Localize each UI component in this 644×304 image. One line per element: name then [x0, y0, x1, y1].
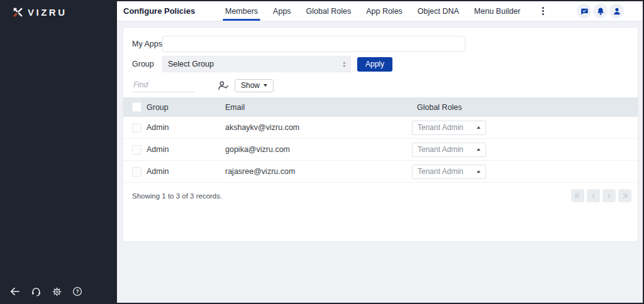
- my-apps-input[interactable]: [162, 36, 465, 52]
- role-select[interactable]: Tenant Admin: [412, 165, 486, 179]
- top-actions: [577, 1, 624, 21]
- select-arrows-icon: [342, 61, 347, 68]
- chevron-left-icon: [589, 192, 597, 200]
- filters: My Apps Group Select Group: [123, 28, 638, 92]
- main-content: My Apps Group Select Group: [117, 21, 643, 303]
- page-title: Configure Policies: [117, 1, 218, 21]
- show-button[interactable]: Show: [235, 79, 274, 92]
- row-checkbox[interactable]: [132, 123, 142, 133]
- sidebar-footer: ?: [9, 286, 82, 296]
- group-cell: Admin: [147, 167, 225, 176]
- table-header-row: Group Email Global Roles: [123, 97, 638, 117]
- chevron-right-icon: [605, 192, 613, 200]
- find-input[interactable]: [132, 79, 195, 92]
- pagination: [571, 189, 631, 202]
- role-select-value: Tenant Admin: [418, 145, 464, 154]
- chevron-up-icon: [477, 126, 480, 129]
- headset-icon[interactable]: [31, 286, 42, 296]
- group-label: Group: [132, 60, 162, 68]
- chevron-down-icon: [264, 84, 267, 87]
- table-toolbar: Show: [132, 79, 629, 92]
- column-header-group: Group: [147, 103, 225, 112]
- sidebar: VIZRU: [1, 1, 117, 303]
- email-cell: rajasree@vizru.com: [225, 167, 412, 176]
- email-cell: akshaykv@vizru.com: [225, 123, 412, 132]
- last-page-icon: [621, 192, 629, 200]
- first-page-button[interactable]: [571, 189, 584, 202]
- email-cell: gopika@vizru.com: [225, 145, 412, 154]
- person-icon: [613, 7, 621, 16]
- person-check-icon[interactable]: [218, 80, 229, 90]
- logo-text: VIZRU: [28, 7, 67, 18]
- more-menu-icon[interactable]: [539, 1, 548, 21]
- logo[interactable]: VIZRU: [1, 1, 117, 18]
- show-button-label: Show: [241, 81, 260, 90]
- next-page-button[interactable]: [602, 189, 616, 202]
- member-row: Admin rajasree@vizru.com Tenant Admin: [123, 161, 638, 183]
- member-row: Admin akshaykv@vizru.com Tenant Admin: [123, 117, 638, 139]
- select-all-checkbox[interactable]: [132, 102, 142, 112]
- row-checkbox[interactable]: [132, 145, 142, 155]
- last-page-button[interactable]: [618, 189, 631, 202]
- settings-icon[interactable]: [52, 287, 62, 296]
- notifications-button[interactable]: [593, 4, 608, 18]
- svg-text:?: ?: [75, 288, 79, 295]
- role-select[interactable]: Tenant Admin: [412, 143, 486, 157]
- table-footer: Showing 1 to 3 of 3 records.: [123, 183, 638, 202]
- member-row: Admin gopika@vizru.com Tenant Admin: [123, 139, 638, 161]
- tab-apps[interactable]: Apps: [272, 1, 292, 21]
- tab-global-roles[interactable]: Global Roles: [305, 1, 353, 21]
- tab-bar: Members Apps Global Roles App Roles Obje…: [224, 1, 522, 21]
- tab-members[interactable]: Members: [224, 1, 259, 21]
- column-header-email: Email: [225, 103, 412, 112]
- bell-icon: [596, 7, 605, 16]
- tab-app-roles[interactable]: App Roles: [365, 1, 404, 21]
- topbar: Configure Policies Members Apps Global R…: [117, 1, 643, 21]
- column-header-global-roles: Global Roles: [412, 103, 638, 112]
- my-apps-label: My Apps: [132, 40, 162, 48]
- profile-button[interactable]: [609, 4, 624, 18]
- group-cell: Admin: [147, 145, 225, 154]
- chevron-up-icon: [477, 170, 480, 173]
- role-select-value: Tenant Admin: [418, 167, 464, 176]
- prev-page-button[interactable]: [587, 189, 600, 202]
- messages-button[interactable]: [577, 4, 591, 18]
- tab-menu-builder[interactable]: Menu Builder: [473, 1, 522, 21]
- back-arrow-icon[interactable]: [9, 286, 20, 296]
- vizru-logo-icon: [13, 7, 23, 18]
- app-window: VIZRU: [0, 0, 644, 304]
- chevron-up-icon: [477, 148, 480, 151]
- records-summary: Showing 1 to 3 of 3 records.: [132, 192, 222, 200]
- apply-button[interactable]: Apply: [357, 57, 392, 72]
- group-select-value: Select Group: [168, 60, 214, 68]
- first-page-icon: [574, 192, 582, 200]
- row-checkbox[interactable]: [132, 167, 142, 176]
- messages-icon: [580, 7, 589, 16]
- group-select[interactable]: Select Group: [162, 56, 351, 72]
- group-cell: Admin: [147, 123, 225, 132]
- help-icon[interactable]: ?: [72, 286, 82, 296]
- role-select-value: Tenant Admin: [418, 123, 464, 132]
- role-select[interactable]: Tenant Admin: [412, 121, 486, 135]
- members-card: My Apps Group Select Group: [123, 28, 638, 241]
- tab-object-dna[interactable]: Object DNA: [416, 1, 460, 21]
